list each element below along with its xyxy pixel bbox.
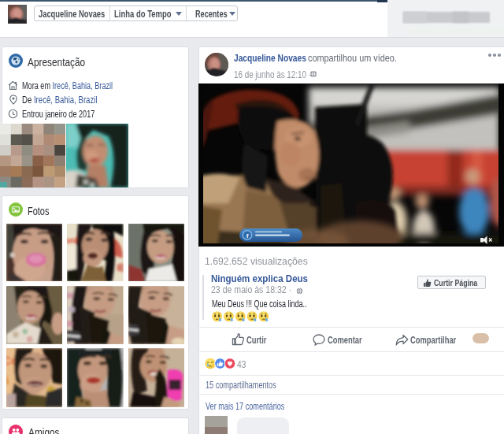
svg-text:onl: onl (67, 235, 77, 244)
svg-text:ã: ã (6, 373, 9, 386)
svg-text:f: f (246, 232, 249, 239)
